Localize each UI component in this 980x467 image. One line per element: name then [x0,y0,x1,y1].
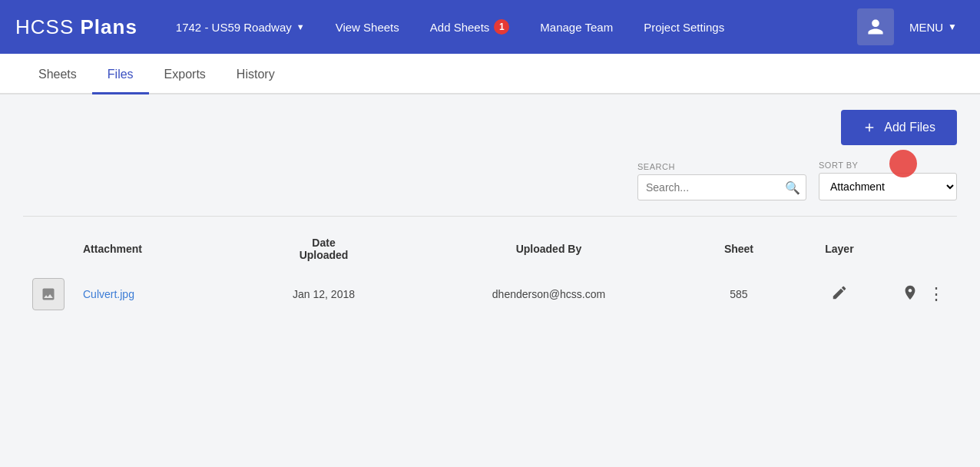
col-actions [889,229,957,269]
col-thumbnail [23,229,74,269]
nav-project-label: 1742 - US59 Roadway [176,21,292,34]
file-link[interactable]: Culvert.jpg [83,288,134,300]
add-files-button[interactable]: Add Files [841,110,957,145]
col-layer: Layer [790,229,889,269]
search-wrapper: 🔍 [637,174,806,200]
search-icon: 🔍 [785,181,800,194]
app-logo: HCSS Plans [15,15,137,39]
logo-bold: Plans [80,15,137,38]
nav-add-sheets[interactable]: Add Sheets 1 [415,0,525,54]
cell-actions: ⋮ [889,269,957,320]
upload-icon [862,121,876,134]
cell-filename: Culvert.jpg [74,269,238,320]
add-files-label: Add Files [884,121,935,134]
nav-project-selector[interactable]: 1742 - US59 Roadway ▼ [161,0,320,54]
file-table: Attachment DateUploaded Uploaded By Shee… [23,229,957,320]
logo-light: HCSS [15,15,80,38]
nav-view-sheets[interactable]: View Sheets [320,0,415,54]
add-files-row: Add Files [23,110,957,145]
user-avatar[interactable] [857,8,894,45]
table-row: Culvert.jpg Jan 12, 2018 dhenderson@hcss… [23,269,957,320]
tab-exports[interactable]: Exports [149,54,221,94]
cell-date-uploaded: Jan 12, 2018 [238,269,409,320]
sort-select[interactable]: Attachment Date Uploaded Uploaded By She… [819,173,957,200]
nav-manage-team[interactable]: Manage Team [525,0,628,54]
cell-layer [790,269,889,320]
nav-manage-team-label: Manage Team [540,21,613,34]
menu-button[interactable]: MENU ▼ [902,21,965,34]
search-sort-row: SEARCH 🔍 SORT BY Attachment Date Uploade… [23,161,957,200]
col-date-uploaded: DateUploaded [238,229,409,269]
more-options-button[interactable]: ⋮ [925,281,948,307]
tab-files[interactable]: Files [92,54,149,94]
col-uploaded-by: Uploaded By [409,229,688,269]
cell-uploaded-by: dhenderson@hcss.com [409,269,688,320]
menu-chevron-icon: ▼ [948,22,957,32]
main-content: Add Files SEARCH 🔍 SORT BY Attachment Da… [0,94,980,463]
file-thumbnail[interactable] [32,278,65,310]
chevron-down-icon: ▼ [296,22,305,31]
location-icon-button[interactable] [899,281,922,308]
nav-add-sheets-label: Add Sheets [430,21,490,34]
search-group: SEARCH 🔍 [637,162,806,200]
col-sheet: Sheet [688,229,790,269]
cell-thumbnail [23,269,74,320]
col-attachment: Attachment [74,229,238,269]
add-sheets-badge: 1 [494,19,509,35]
nav-view-sheets-label: View Sheets [336,21,399,34]
menu-label: MENU [909,21,943,34]
header-right: MENU ▼ [857,8,965,45]
nav-project-settings-label: Project Settings [644,21,724,34]
search-label: SEARCH [637,162,806,171]
edit-layer-icon [831,284,848,301]
tab-history[interactable]: History [221,54,290,94]
user-icon [866,18,885,36]
nav-project-settings[interactable]: Project Settings [628,0,740,54]
cell-sheet: 585 [688,269,790,320]
header: HCSS Plans 1742 - US59 Roadway ▼ View Sh… [0,0,980,54]
table-header-row: Attachment DateUploaded Uploaded By Shee… [23,229,957,269]
sort-group: SORT BY Attachment Date Uploaded Uploade… [819,161,957,200]
location-icon [902,284,919,301]
sort-label: SORT BY [819,161,957,170]
main-nav: 1742 - US59 Roadway ▼ View Sheets Add Sh… [161,0,857,54]
tabs-bar: Sheets Files Exports History [0,54,980,94]
search-icon-button[interactable]: 🔍 [785,181,800,195]
tab-sheets[interactable]: Sheets [23,54,92,94]
image-icon [41,286,56,302]
search-input[interactable] [637,174,806,200]
layer-edit-icon-button[interactable] [828,281,851,308]
divider [23,216,957,217]
